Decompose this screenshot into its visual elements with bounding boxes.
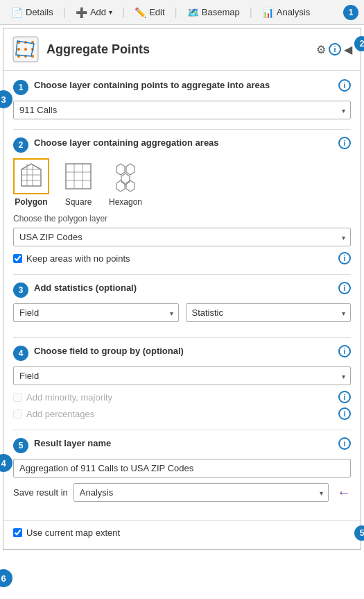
percentages-info[interactable]: i (338, 407, 351, 420)
map-extent-row: Use current map extent (13, 528, 351, 538)
toolbar-edit[interactable]: ✏️ Edit (129, 5, 170, 20)
save-result-dropdown-wrap: Analysis ▾ (73, 483, 329, 502)
panel-content: 1 Choose layer containing points to aggr… (3, 71, 361, 520)
section-1-dropdown-wrap: 911 Calls ▾ (13, 101, 351, 119)
minority-majority-row: Add minority, majority i (13, 391, 351, 403)
section-4: 4 Choose field to group by (optional) i … (13, 345, 351, 420)
bottom-bar: Use current map extent (3, 520, 361, 549)
separator-4: | (248, 6, 254, 19)
edit-icon: ✏️ (135, 7, 146, 18)
toolbar-add[interactable]: ➕ Add ▾ (70, 5, 118, 20)
section-5: 5 Result layer name i Save result in Ana… (13, 437, 351, 502)
shape-options: Polygon Square (13, 158, 351, 207)
statistic-dropdown-wrap: Statistic ▾ (186, 303, 352, 322)
save-result-dropdown[interactable]: Analysis (73, 483, 329, 502)
section-3-info[interactable]: i (338, 282, 351, 294)
percentages-checkbox[interactable] (13, 410, 22, 419)
minority-majority-info[interactable]: i (338, 391, 351, 403)
outer-badge-2: 2 (354, 36, 364, 51)
section-2-dropdown-wrap: USA ZIP Codes ▾ (13, 228, 351, 246)
settings-icon[interactable]: ⚙ (316, 43, 326, 56)
section-1-dropdown[interactable]: 911 Calls (13, 101, 351, 119)
shape-hexagon[interactable]: Hexagon (107, 158, 144, 207)
toolbar-badge-wrap: 1 (343, 5, 358, 20)
separator-1: | (62, 6, 67, 19)
map-extent-checkbox[interactable] (13, 528, 22, 537)
svg-marker-25 (116, 180, 125, 192)
percentages-row: Add percentages i (13, 407, 351, 420)
divider-1 (13, 129, 351, 130)
panel-header: Aggregate Points ⚙ i ◀ (3, 28, 361, 71)
shape-polygon[interactable]: Polygon (13, 158, 49, 207)
panel-header-actions: ⚙ i ◀ (316, 43, 352, 56)
panel-info-icon[interactable]: i (329, 43, 341, 56)
square-label: Square (65, 197, 92, 207)
aggregate-points-icon (12, 35, 40, 63)
minority-majority-label[interactable]: Add minority, majority (26, 392, 112, 403)
analysis-panel: Aggregate Points ⚙ i ◀ 1 Choose layer co… (3, 28, 361, 550)
separator-3: | (173, 6, 179, 19)
save-result-arrow-icon: ← (337, 484, 351, 500)
section-5-info[interactable]: i (338, 437, 351, 450)
section-4-info[interactable]: i (338, 345, 351, 357)
section-2-info[interactable]: i (338, 137, 351, 149)
divider-4 (13, 430, 351, 430)
divider-3 (13, 337, 351, 338)
outer-badge-2-circle: 2 (354, 36, 364, 51)
keep-areas-info[interactable]: i (338, 252, 351, 264)
add-icon: ➕ (76, 7, 87, 18)
statistic-dropdown[interactable]: Statistic (186, 303, 352, 322)
keep-areas-label[interactable]: Keep areas with no points (26, 253, 130, 264)
group-field-dropdown[interactable]: Field (13, 366, 351, 385)
outer-badge-5-circle: 5 (354, 525, 364, 541)
section-2-header: 2 Choose layer containing aggregation ar… (13, 137, 351, 153)
step-badge-5: 5 (13, 438, 28, 453)
shape-square[interactable]: Square (60, 158, 96, 207)
divider-2 (13, 274, 351, 275)
polygon-label: Polygon (15, 197, 47, 207)
minority-majority-checkbox[interactable] (13, 393, 22, 402)
section-4-title: Choose field to group by (optional) (34, 345, 351, 357)
toolbar: 📄 Details | ➕ Add ▾ | ✏️ Edit | 🗺️ Basem… (0, 0, 364, 25)
section-3-dropdowns: Field ▾ Statistic ▾ (13, 303, 351, 328)
step-badge-4: 4 (13, 346, 28, 361)
section-4-header: 4 Choose field to group by (optional) i (13, 345, 351, 361)
toolbar-analysis[interactable]: 📊 Analysis (257, 5, 315, 20)
polygon-layer-sublabel: Choose the polygon layer (13, 214, 351, 223)
details-icon: 📄 (11, 7, 23, 18)
section-1: 1 Choose layer containing points to aggr… (13, 79, 351, 119)
hexagon-svg (110, 161, 141, 192)
hexagon-icon-wrap (107, 158, 144, 194)
outer-badge-5: 5 (354, 525, 364, 541)
section-2-title: Choose layer containing aggregation area… (34, 137, 351, 149)
step-badge-2: 2 (13, 137, 28, 153)
svg-marker-26 (126, 180, 135, 192)
square-svg (63, 161, 94, 192)
section-1-info[interactable]: i (338, 79, 351, 92)
field-dropdown[interactable]: Field (13, 303, 179, 322)
analysis-icon: 📊 (262, 7, 274, 18)
section-2-dropdown[interactable]: USA ZIP Codes (13, 228, 351, 246)
keep-areas-row: Keep areas with no points i (13, 252, 351, 264)
step-badge-3: 3 (13, 282, 28, 298)
separator-2: | (121, 6, 126, 19)
toolbar-basemap[interactable]: 🗺️ Basemap (182, 5, 245, 20)
section-3-header: 3 Add statistics (optional) i (13, 282, 351, 298)
section-2: 2 Choose layer containing aggregation ar… (13, 137, 351, 264)
section-3-title: Add statistics (optional) (34, 282, 351, 294)
add-dropdown-arrow: ▾ (109, 8, 112, 16)
toolbar-details[interactable]: 📄 Details (6, 5, 59, 20)
section-5-title: Result layer name (34, 437, 351, 450)
toolbar-badge: 1 (343, 5, 358, 20)
percentages-label[interactable]: Add percentages (26, 409, 94, 419)
section-5-header: 5 Result layer name i (13, 437, 351, 453)
polygon-svg (16, 161, 46, 192)
svg-marker-23 (126, 164, 135, 175)
keep-areas-checkbox[interactable] (13, 254, 22, 263)
svg-point-4 (17, 48, 20, 51)
svg-point-5 (24, 48, 27, 51)
section-1-header: 1 Choose layer containing points to aggr… (13, 79, 351, 95)
result-layer-name-input[interactable] (13, 459, 351, 478)
panel-back-icon[interactable]: ◀ (344, 43, 352, 56)
map-extent-label[interactable]: Use current map extent (26, 528, 120, 538)
